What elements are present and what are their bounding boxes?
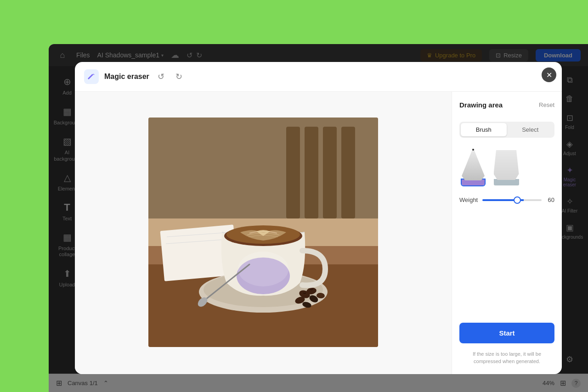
weight-label: Weight: [459, 196, 478, 203]
weight-slider[interactable]: [482, 199, 542, 201]
mode-toggle: Brush Select: [459, 122, 554, 138]
brush-preview-img-1: [459, 149, 487, 185]
coffee-image: [148, 118, 378, 347]
modal-undo-button[interactable]: ↺: [155, 70, 167, 84]
modal-overlay: Magic eraser ↺ ↻ ✕: [49, 44, 588, 392]
magic-eraser-modal: Magic eraser ↺ ↻ ✕: [75, 62, 562, 374]
modal-body: Drawing area Reset Brush Select: [75, 92, 562, 374]
select-mode-button[interactable]: Select: [508, 123, 554, 136]
brush-body-2: [494, 150, 519, 180]
brush-bottom-2: [494, 179, 519, 185]
brush-preview-img-2: [492, 149, 520, 185]
svg-point-22: [238, 252, 288, 286]
weight-value: 60: [546, 196, 554, 203]
brush-tip: [472, 149, 474, 151]
panel-section-header: Drawing area Reset: [459, 101, 554, 109]
svg-rect-6: [323, 127, 337, 218]
brush-type-2[interactable]: [492, 149, 520, 185]
reset-button[interactable]: Reset: [539, 101, 554, 108]
brush-body-1: [462, 151, 485, 180]
drawing-area-title: Drawing area: [459, 101, 503, 109]
brush-mode-button[interactable]: Brush: [461, 123, 507, 136]
modal-right-panel: Drawing area Reset Brush Select: [452, 92, 562, 374]
start-hint: If the size is too large, it will be com…: [459, 351, 554, 365]
brush-previews: [459, 145, 554, 189]
svg-rect-7: [341, 127, 355, 218]
svg-rect-5: [305, 127, 318, 218]
brush-type-1[interactable]: [459, 149, 487, 185]
app-window: ⌂ Files AI Shadows_sample1 ▾ ☁ ↺ ↻ ♛ Upg…: [49, 44, 588, 392]
modal-header: Magic eraser ↺ ↻ ✕: [75, 62, 562, 92]
modal-close-button[interactable]: ✕: [542, 67, 556, 82]
modal-image-area[interactable]: [75, 92, 452, 374]
modal-redo-button[interactable]: ↻: [173, 70, 185, 84]
weight-row: Weight 60: [459, 196, 554, 203]
modal-icon: [84, 69, 99, 84]
svg-rect-4: [286, 127, 300, 218]
image-container: [148, 118, 378, 349]
modal-title: Magic eraser: [104, 73, 149, 81]
start-button[interactable]: Start: [459, 323, 554, 343]
